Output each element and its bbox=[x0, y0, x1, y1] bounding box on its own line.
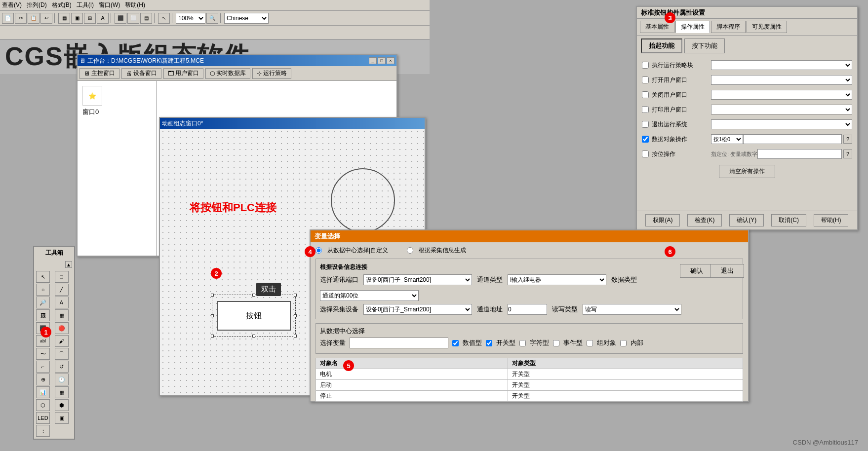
tool-img[interactable]: 🖼 bbox=[36, 309, 50, 321]
tool-anim3[interactable]: 🔴 bbox=[55, 322, 69, 334]
btn-check[interactable]: 检查(K) bbox=[687, 214, 722, 226]
bit-op-question[interactable]: ? bbox=[843, 150, 852, 158]
toolbar-copy[interactable]: 📋 bbox=[28, 13, 39, 24]
language-select[interactable]: Chinese bbox=[224, 13, 269, 24]
button-widget[interactable]: 按钮 bbox=[217, 301, 291, 331]
menu-item-format[interactable]: 格式(B) bbox=[52, 1, 72, 9]
ws-tab-user[interactable]: 🗔 用户窗口 bbox=[163, 68, 203, 79]
toolbox-scroll-up[interactable]: ▲ bbox=[65, 261, 72, 268]
chk-data-op[interactable] bbox=[642, 136, 649, 143]
channel-addr-input[interactable] bbox=[508, 304, 547, 315]
menu-item-view[interactable]: 查看(V) bbox=[2, 1, 22, 9]
tool-more3[interactable]: LED bbox=[36, 412, 50, 424]
tool-anim1[interactable]: ▦ bbox=[55, 309, 69, 321]
table-row[interactable]: 停止 开关型 bbox=[316, 391, 743, 402]
handle-tm[interactable] bbox=[252, 294, 255, 297]
select-var-input[interactable] bbox=[350, 338, 448, 348]
ws-tab-database[interactable]: ⬡ 实时数据库 bbox=[205, 68, 250, 79]
select-open-win[interactable] bbox=[711, 75, 852, 85]
close-button[interactable]: × bbox=[387, 57, 395, 64]
clear-all-btn[interactable]: 清空所有操作 bbox=[719, 165, 775, 178]
select-close-win[interactable] bbox=[711, 90, 852, 100]
handle-mr[interactable] bbox=[294, 314, 297, 317]
tool-arrow[interactable]: ↖ bbox=[36, 271, 50, 283]
tool-more2[interactable]: ⬢ bbox=[55, 399, 69, 411]
data-op-input[interactable] bbox=[743, 134, 842, 144]
btn-permission[interactable]: 权限(A) bbox=[645, 214, 680, 226]
ws-tab-device[interactable]: 🖨 设备窗口 bbox=[121, 68, 161, 79]
handle-bm[interactable] bbox=[252, 335, 255, 338]
toolbar-cut[interactable]: ✂ bbox=[15, 13, 27, 24]
props-tab-script[interactable]: 脚本程序 bbox=[711, 21, 746, 33]
chk-strategy[interactable] bbox=[642, 62, 649, 69]
zoom-select[interactable]: 100% bbox=[176, 13, 205, 24]
radio-datacenter[interactable] bbox=[316, 247, 322, 254]
tool-rect[interactable]: □ bbox=[55, 271, 69, 283]
tool-curve[interactable]: 〜 bbox=[36, 348, 50, 360]
chk-internal[interactable] bbox=[620, 340, 627, 346]
maximize-button[interactable]: □ bbox=[378, 57, 386, 64]
menu-item-tools[interactable]: 工具(I) bbox=[77, 1, 94, 9]
tool-poly[interactable]: ⌒ bbox=[55, 348, 69, 360]
props-tab-operation[interactable]: 操作属性 bbox=[675, 21, 710, 33]
var-exit-btn[interactable]: 退出 bbox=[710, 264, 744, 278]
chk-strtype[interactable] bbox=[519, 340, 526, 346]
collect-device-select[interactable]: 设备0[西门子_Smart200] bbox=[363, 304, 472, 315]
handle-bl[interactable] bbox=[211, 335, 214, 338]
handle-br[interactable] bbox=[294, 335, 297, 338]
bit-op-input[interactable] bbox=[757, 149, 842, 159]
toolbar-align3[interactable]: ▤ bbox=[140, 13, 152, 24]
chk-open-win[interactable] bbox=[642, 76, 649, 83]
select-exit[interactable] bbox=[711, 119, 852, 129]
toolbar-draw1[interactable]: ▦ bbox=[58, 13, 70, 24]
handle-tl[interactable] bbox=[211, 294, 214, 297]
chk-groupobj[interactable] bbox=[587, 340, 593, 346]
btn-cancel[interactable]: 取消(C) bbox=[771, 214, 806, 226]
tool-clock[interactable]: 🕐 bbox=[55, 374, 69, 385]
select-print-win[interactable] bbox=[711, 105, 852, 114]
toolbar-draw3[interactable]: ⊞ bbox=[84, 13, 96, 24]
radio-collect[interactable] bbox=[407, 247, 413, 254]
tool-circle[interactable]: ○ bbox=[36, 284, 50, 296]
chk-eventtype[interactable] bbox=[553, 340, 559, 346]
menu-item-window[interactable]: 窗口(W) bbox=[99, 1, 120, 9]
btn-confirm[interactable]: 确认(Y) bbox=[729, 214, 764, 226]
props-tab-visible[interactable]: 可见度属性 bbox=[747, 21, 787, 33]
menu-item-help[interactable]: 帮助(H) bbox=[125, 1, 145, 9]
toolbar-draw2[interactable]: ▣ bbox=[71, 13, 83, 24]
tool-line[interactable]: ╱ bbox=[55, 284, 69, 296]
btn-help[interactable]: 帮助(H) bbox=[814, 214, 849, 226]
toolbar-zoom[interactable]: 🔍 bbox=[206, 13, 218, 24]
toolbar-align2[interactable]: ⬜ bbox=[127, 13, 139, 24]
chk-bit-op[interactable] bbox=[642, 150, 649, 157]
table-row[interactable]: 电机 开关型 bbox=[316, 369, 743, 380]
ws-tab-main[interactable]: 🖥 主控窗口 bbox=[79, 68, 119, 79]
sub-tab-raise[interactable]: 抬起功能 bbox=[641, 38, 682, 53]
handle-tr[interactable] bbox=[294, 294, 297, 297]
sub-tab-press[interactable]: 按下功能 bbox=[684, 38, 725, 53]
chk-exit[interactable] bbox=[642, 121, 649, 128]
tool-text[interactable]: A bbox=[55, 297, 69, 308]
chk-numtype[interactable] bbox=[452, 340, 459, 346]
toolbar-align1[interactable]: ⬛ bbox=[115, 13, 126, 24]
tool-more4[interactable]: ▣ bbox=[55, 412, 69, 424]
var-confirm-btn[interactable]: 确认 bbox=[680, 264, 713, 278]
tool-dash[interactable]: ⊕ bbox=[36, 374, 50, 385]
data-type-select[interactable]: 通道的第00位 bbox=[320, 290, 419, 301]
menu-item-arrange[interactable]: 排列(D) bbox=[27, 1, 47, 9]
toolbar-undo[interactable]: ↩ bbox=[40, 13, 52, 24]
data-op-question[interactable]: ? bbox=[843, 135, 852, 144]
select-strategy[interactable] bbox=[711, 60, 852, 70]
tool-zoom[interactable]: 🔎 bbox=[36, 297, 50, 308]
table-row[interactable]: 启动 开关型 bbox=[316, 380, 743, 391]
tool-paint[interactable]: 🖌 bbox=[55, 335, 69, 347]
chk-switchtype[interactable] bbox=[486, 340, 492, 346]
ws-tab-strategy[interactable]: ⊹ 运行策略 bbox=[252, 68, 291, 79]
data-op-select[interactable]: 按1松0 bbox=[711, 134, 743, 144]
channel-type-select[interactable]: I输入继电器 bbox=[508, 274, 606, 285]
toolbar-cursor[interactable]: ↖ bbox=[158, 13, 170, 24]
tool-table[interactable]: ▦ bbox=[55, 386, 69, 398]
panel-icon-win0[interactable]: ⭐ bbox=[82, 86, 102, 106]
tool-corner[interactable]: ⌐ bbox=[36, 361, 50, 373]
comm-port-select[interactable]: 设备0[西门子_Smart200] bbox=[363, 274, 472, 285]
